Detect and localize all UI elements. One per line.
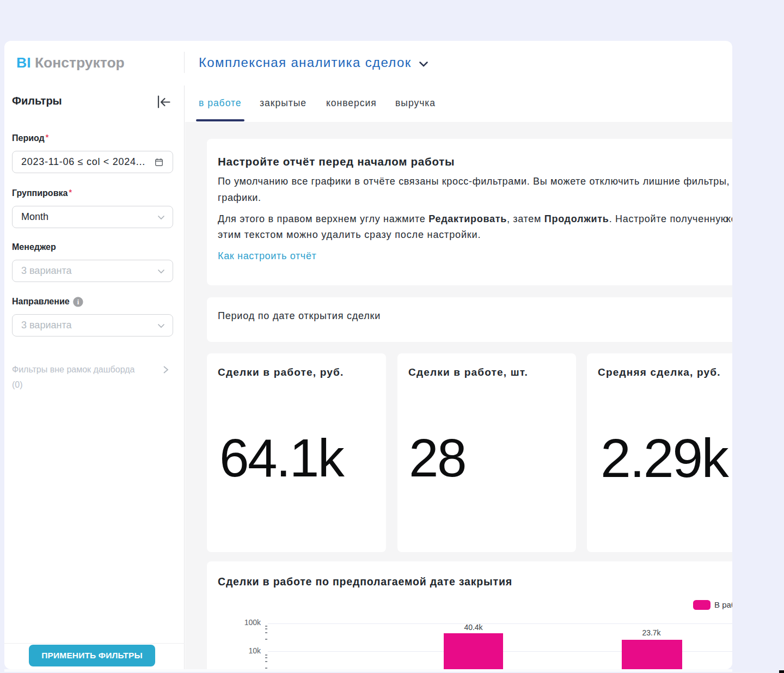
svg-text:i: i [77,298,79,306]
